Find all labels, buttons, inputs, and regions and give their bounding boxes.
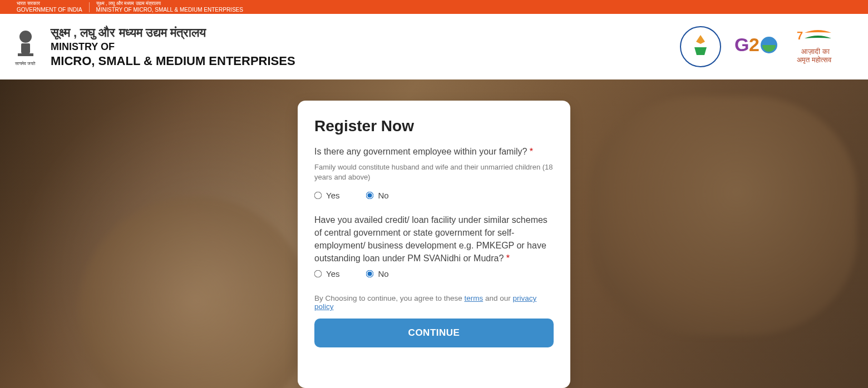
header-logos: G 2 7 आज़ादी का अमृत महोत्सव bbox=[679, 25, 847, 68]
continue-button[interactable]: CONTINUE bbox=[314, 319, 554, 347]
title-en-line2: MICRO, SMALL & MEDIUM ENTERPRISES bbox=[51, 54, 295, 68]
svg-text:7: 7 bbox=[797, 29, 803, 42]
svg-rect-2 bbox=[18, 53, 33, 56]
q1-radio-no[interactable] bbox=[366, 191, 374, 199]
svg-text:आज़ादी का: आज़ादी का bbox=[801, 47, 830, 56]
question-2: Have you availed credit/ loan facility u… bbox=[314, 213, 554, 265]
q1-radios: Yes No bbox=[314, 191, 554, 200]
svg-text:अमृत महोत्सव: अमृत महोत्सव bbox=[797, 56, 832, 64]
register-card: Register Now Is there any government emp… bbox=[298, 101, 570, 388]
min-hi: सूक्ष्म , लघु और मध्यम उद्यम मंत्रालय bbox=[96, 1, 243, 7]
q1-hint: Family would constitute husband and wife… bbox=[314, 162, 554, 182]
svg-point-3 bbox=[680, 27, 721, 67]
terms-link[interactable]: terms bbox=[464, 294, 483, 302]
emblem-motto: सत्यमेव जयते bbox=[15, 61, 36, 67]
title-hindi: सूक्ष्म , लघु और मध्यम उद्यम मंत्रालय bbox=[51, 26, 295, 40]
q2-radio-yes[interactable] bbox=[314, 270, 322, 278]
q1-radio-yes[interactable] bbox=[314, 191, 322, 199]
svg-text:2: 2 bbox=[749, 34, 760, 55]
required-icon: * bbox=[506, 253, 510, 263]
required-icon: * bbox=[530, 147, 533, 156]
consent-mid: and our bbox=[485, 294, 513, 302]
title-en-line1: MINISTRY OF bbox=[51, 41, 295, 53]
q2-radio-no[interactable] bbox=[366, 270, 374, 278]
ministry-label: सूक्ष्म , लघु और मध्यम उद्यम मंत्रालय MI… bbox=[90, 1, 250, 13]
azadi-logo: 7 आज़ादी का अमृत महोत्सव bbox=[797, 25, 847, 68]
svg-rect-0 bbox=[21, 43, 30, 53]
q2-yes-label[interactable]: Yes bbox=[326, 269, 339, 278]
svg-point-1 bbox=[19, 31, 32, 43]
q1-yes-label[interactable]: Yes bbox=[326, 191, 339, 200]
gov-en: GOVERNMENT OF INDIA bbox=[17, 7, 82, 13]
national-emblem: सत्यमेव जयते bbox=[10, 23, 41, 71]
government-topbar: भारत सरकार GOVERNMENT OF INDIA सूक्ष्म ,… bbox=[0, 0, 868, 14]
consent-prefix: By Choosing to continue, you agree to th… bbox=[314, 294, 464, 302]
q2-no-label[interactable]: No bbox=[378, 269, 388, 278]
emblem-icon bbox=[14, 27, 37, 60]
svg-text:G: G bbox=[734, 34, 749, 55]
ministry-title-block: सूक्ष्म , लघु और मध्यम उद्यम मंत्रालय MI… bbox=[51, 26, 295, 68]
hero-background: Register Now Is there any government emp… bbox=[0, 79, 868, 388]
question-1: Is there any government employee within … bbox=[314, 145, 554, 158]
gov-label: भारत सरकार GOVERNMENT OF INDIA bbox=[10, 1, 89, 13]
q2-text: Have you availed credit/ loan facility u… bbox=[314, 215, 548, 263]
g20-logo: G 2 bbox=[734, 25, 785, 68]
q1-text: Is there any government employee within … bbox=[314, 147, 527, 156]
gov-hi: भारत सरकार bbox=[17, 1, 82, 7]
vishwakarma-logo bbox=[679, 25, 722, 68]
consent-text: By Choosing to continue, you agree to th… bbox=[314, 294, 554, 311]
min-en: MINISTRY OF MICRO, SMALL & MEDIUM ENTERP… bbox=[96, 7, 243, 13]
form-heading: Register Now bbox=[314, 117, 554, 135]
q1-no-label[interactable]: No bbox=[378, 191, 388, 200]
site-header: सत्यमेव जयते सूक्ष्म , लघु और मध्यम उद्य… bbox=[0, 14, 868, 79]
q2-radios: Yes No bbox=[314, 269, 554, 278]
